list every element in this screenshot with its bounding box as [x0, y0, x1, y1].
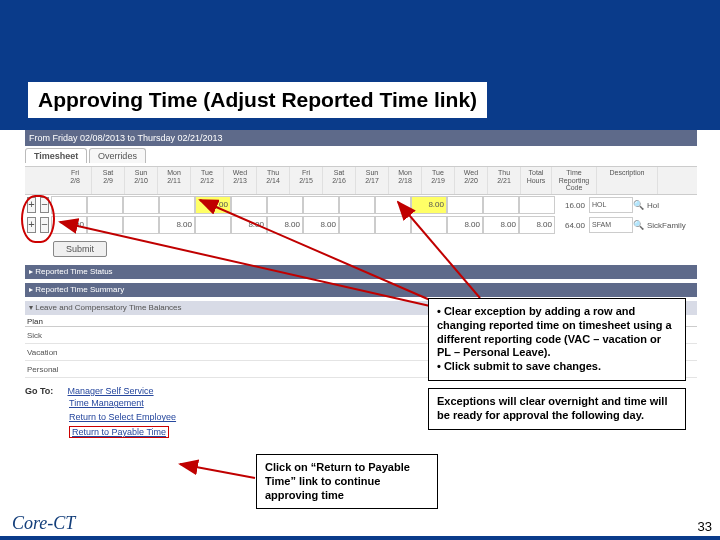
hours-input[interactable]: [339, 216, 375, 234]
footer-bar: [0, 536, 720, 540]
reported-time-summary-section[interactable]: ▸ Reported Time Summary: [25, 283, 697, 297]
hours-input[interactable]: [447, 196, 483, 214]
hours-input[interactable]: [231, 196, 267, 214]
hours-input[interactable]: [123, 216, 159, 234]
table-row: + − 8.00 8.00 16.00 HOL 🔍 Hol: [25, 195, 697, 215]
hours-input[interactable]: 8.00: [231, 216, 267, 234]
hours-input[interactable]: [339, 196, 375, 214]
hours-input[interactable]: 8.00: [267, 216, 303, 234]
hours-input[interactable]: [159, 196, 195, 214]
hours-input[interactable]: 8.00: [303, 216, 339, 234]
hours-input[interactable]: [267, 196, 303, 214]
link-manager-self-service[interactable]: Manager Self Service: [68, 386, 154, 396]
core-ct-logo: Core-CT: [12, 513, 75, 534]
highlight-circle: [21, 195, 55, 243]
day-header-row: Fri2/8 Sat2/9 Sun2/10 Mon2/11 Tue2/12 We…: [25, 166, 697, 195]
hours-input[interactable]: [87, 216, 123, 234]
callout-instructions: • Clear exception by adding a row and ch…: [428, 298, 686, 381]
date-range: From Friday 02/08/2013 to Thursday 02/21…: [25, 130, 697, 146]
row-total: 64.00: [555, 221, 589, 230]
tab-timesheet[interactable]: Timesheet: [25, 148, 87, 163]
hours-input[interactable]: 8.00: [519, 216, 555, 234]
hours-input[interactable]: [483, 196, 519, 214]
hours-input[interactable]: [123, 196, 159, 214]
hours-input[interactable]: 8.00: [159, 216, 195, 234]
goto-label: Go To:: [25, 386, 65, 396]
submit-button[interactable]: Submit: [53, 241, 107, 257]
callout-return-link: Click on “Return to Payable Time” link t…: [256, 454, 438, 509]
hours-input[interactable]: [411, 216, 447, 234]
hours-input[interactable]: 8.00: [411, 196, 447, 214]
hours-input[interactable]: 8.00: [51, 216, 87, 234]
callout-overnight-note: Exceptions will clear overnight and time…: [428, 388, 686, 430]
link-time-management[interactable]: Time Management: [69, 398, 144, 408]
hours-input[interactable]: [51, 196, 87, 214]
page-title: Approving Time (Adjust Reported Time lin…: [28, 82, 487, 118]
link-return-select-employee[interactable]: Return to Select Employee: [69, 412, 176, 422]
trc-input[interactable]: HOL: [589, 197, 633, 213]
hours-input[interactable]: 8.00: [195, 196, 231, 214]
table-row: + − 8.00 8.00 8.00 8.00 8.00 8.00 8.00 8…: [25, 215, 697, 235]
link-return-payable-time[interactable]: Return to Payable Time: [69, 426, 169, 438]
hours-input[interactable]: 8.00: [483, 216, 519, 234]
hours-input[interactable]: [375, 216, 411, 234]
hours-input[interactable]: [195, 216, 231, 234]
hours-input[interactable]: [375, 196, 411, 214]
hours-input[interactable]: [519, 196, 555, 214]
hours-input[interactable]: [87, 196, 123, 214]
hours-input[interactable]: 8.00: [447, 216, 483, 234]
reported-time-status-section[interactable]: ▸ Reported Time Status: [25, 265, 697, 279]
trc-description: SickFamily: [643, 221, 697, 230]
plan-header: Plan: [25, 317, 287, 326]
hours-input[interactable]: [303, 196, 339, 214]
tab-overrides[interactable]: Overrides: [89, 148, 146, 163]
page-number: 33: [698, 519, 712, 534]
trc-input[interactable]: SFAM: [589, 217, 633, 233]
row-total: 16.00: [555, 201, 589, 210]
trc-description: Hol: [643, 201, 697, 210]
